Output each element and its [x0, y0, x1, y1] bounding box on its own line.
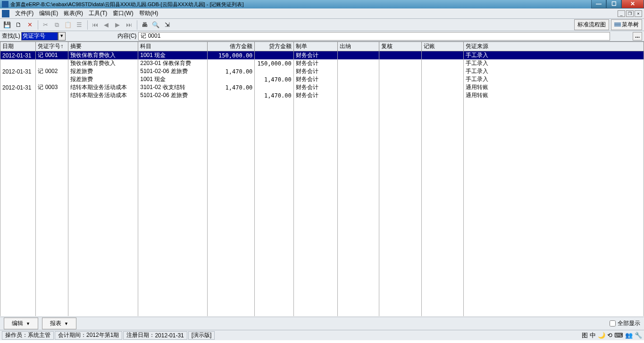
content-input[interactable] [138, 32, 610, 41]
tray-icon[interactable]: ⟲ [607, 332, 612, 339]
cell [207, 91, 254, 99]
table-row[interactable]: 报差旅费1001 现金1,470.00财务会计手工录入 [0, 75, 644, 83]
minimize-button[interactable]: — [591, 0, 606, 8]
new-icon[interactable]: 🗋 [13, 20, 24, 30]
people-icon[interactable]: 👥 [625, 332, 633, 339]
cell: 通用转账 [464, 83, 644, 91]
menu-file[interactable]: 文件(F) [12, 8, 36, 18]
cell: 5101-02-06 差旅费 [138, 67, 208, 75]
cell: 150,000.00 [255, 59, 293, 67]
table-row[interactable]: 2012-01-31记 0001预收保教育费收入1001 现金150,000.0… [0, 51, 644, 60]
properties-icon[interactable]: ☰ [74, 20, 84, 30]
menu-tree-icon [614, 23, 621, 27]
show-all-checkbox-input[interactable] [610, 320, 616, 327]
table-row[interactable]: 结转本期业务活动成本5101-02-06 差旅费1,470.00财务会计通用转账 [0, 91, 644, 99]
cell: 150,000.00 [207, 51, 254, 60]
menu-ledger[interactable]: 账表(R) [61, 8, 86, 18]
cell [338, 51, 379, 60]
cell [36, 75, 68, 83]
close-button[interactable]: ✕ [621, 0, 644, 8]
chevron-down-icon[interactable]: ▼ [58, 32, 66, 41]
app-menubar-icon [2, 10, 9, 17]
mdi-minimize-button[interactable]: _ [618, 10, 625, 17]
export-icon[interactable]: ⇲ [162, 20, 172, 30]
cell: 2012-01-31 [0, 83, 36, 91]
cell [255, 83, 293, 91]
col-subject[interactable]: 科目 [138, 42, 208, 51]
col-cashier[interactable]: 出纳 [338, 42, 379, 51]
menu-help[interactable]: 帮助(H) [136, 8, 161, 18]
cell: 记 0002 [36, 67, 68, 75]
cell: 记 0001 [36, 51, 68, 60]
cut-icon[interactable]: ✂ [40, 20, 50, 30]
print-icon[interactable]: 🖶 [139, 20, 150, 30]
save-icon[interactable]: 💾 [2, 20, 12, 30]
cell [379, 75, 421, 83]
ime-icon[interactable]: 中 [590, 331, 596, 340]
cell [338, 75, 379, 83]
status-regdate: 注册日期：2012-01-31 [123, 331, 187, 340]
cell: 2203-01 保教保育费 [138, 59, 208, 67]
table-row[interactable]: 2012-01-31记 0003结转本期业务活动成本3101-02 收支结转1,… [0, 83, 644, 91]
app-icon [2, 1, 8, 8]
col-credit[interactable]: 贷方金额 [255, 42, 293, 51]
toolbar-separator [87, 20, 88, 30]
col-date[interactable]: 日期 [0, 42, 36, 51]
col-source[interactable]: 凭证来源 [464, 42, 644, 51]
col-voucher-no[interactable]: 凭证字号↑ [36, 42, 68, 51]
cell [36, 91, 68, 99]
voucher-grid-area[interactable]: 日期 凭证字号↑ 摘要 科目 借方金额 贷方金额 制单 出纳 复核 记账 凭证来… [0, 41, 644, 317]
menu-edit[interactable]: 编辑(E) [36, 8, 61, 18]
cell: 结转本期业务活动成本 [68, 91, 138, 99]
col-summary[interactable]: 摘要 [68, 42, 138, 51]
next-icon[interactable]: ▶ [112, 20, 123, 30]
keyboard-icon[interactable]: ⌨ [614, 332, 623, 339]
std-process-button[interactable]: 标准流程图 [574, 19, 609, 30]
table-row[interactable]: 预收保教育费收入2203-01 保教保育费150,000.00财务会计手工录入 [0, 59, 644, 67]
menu-window[interactable]: 窗口(W) [110, 8, 136, 18]
col-maker[interactable]: 制单 [293, 42, 337, 51]
maximize-button[interactable]: ☐ [606, 0, 621, 8]
first-icon[interactable]: ⏮ [90, 20, 100, 30]
col-debit[interactable]: 借方金额 [207, 42, 254, 51]
cell: 手工录入 [464, 75, 644, 83]
cell [421, 67, 463, 75]
toolbar: 💾 🗋 ✕ ✂ ⧉ 📋 ☰ ⏮ ◀ ▶ ⏭ 🖶 🔍 ⇲ 标准流程图 菜单树 [0, 19, 644, 31]
paste-icon[interactable]: 📋 [63, 20, 73, 30]
col-post[interactable]: 记账 [421, 42, 463, 51]
menu-tree-button[interactable]: 菜单树 [611, 19, 642, 30]
show-all-checkbox[interactable]: 全部显示 [610, 319, 640, 327]
cell: 财务会计 [293, 75, 337, 83]
operator-label: 操作员： [5, 331, 28, 339]
prev-icon[interactable]: ◀ [101, 20, 111, 30]
moon-icon[interactable]: 🌙 [598, 332, 605, 339]
col-review[interactable]: 复核 [379, 42, 421, 51]
toolbar-separator [137, 20, 137, 30]
cell: 预收保教育费收入 [68, 51, 138, 60]
menu-tools[interactable]: 工具(T) [86, 8, 110, 18]
cell: 1001 现金 [138, 51, 208, 60]
mdi-close-button[interactable]: × [635, 10, 642, 17]
tray-icon[interactable]: 图 [582, 331, 588, 340]
more-options-button[interactable]: ... [633, 32, 642, 41]
status-tray: 图 中 🌙 ⟲ ⌨ 👥 🔧 [582, 331, 642, 340]
cell: 手工录入 [464, 51, 644, 60]
cell [338, 83, 379, 91]
delete-icon[interactable]: ✕ [25, 20, 35, 30]
copy-icon[interactable]: ⧉ [51, 20, 62, 30]
cell [421, 83, 463, 91]
searchbar: 查找(L) ▼ 内容(C) ... [0, 31, 644, 41]
table-row[interactable]: 2012-01-31记 0002报差旅费5101-02-06 差旅费1,470.… [0, 67, 644, 75]
cell: 财务会计 [293, 83, 337, 91]
find-field-input[interactable] [21, 32, 58, 41]
find-field-combo[interactable]: ▼ [21, 32, 66, 41]
last-icon[interactable]: ⏭ [124, 20, 134, 30]
mdi-restore-button[interactable]: ❐ [626, 10, 634, 17]
cell: 结转本期业务活动成本 [68, 83, 138, 91]
edit-button[interactable]: 编辑▼ [4, 318, 38, 329]
report-button[interactable]: 报表▼ [42, 318, 76, 329]
preview-icon[interactable]: 🔍 [151, 20, 161, 30]
window-buttons: — ☐ ✕ [591, 0, 644, 8]
wrench-icon[interactable]: 🔧 [635, 332, 642, 339]
find-label: 查找(L) [2, 32, 20, 40]
